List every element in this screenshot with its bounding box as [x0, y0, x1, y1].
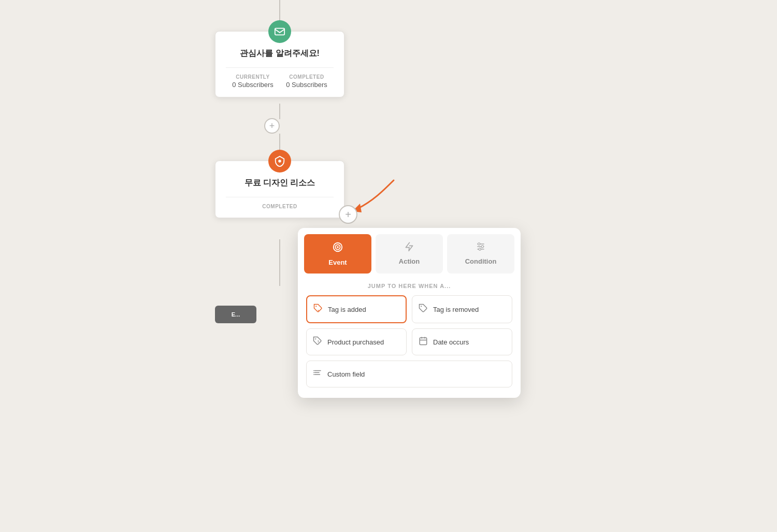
condition-tab-icon	[476, 241, 486, 254]
campaign-node-stats: COMPLETED	[226, 197, 334, 209]
popup-panel: Event Action	[298, 228, 521, 398]
section-header: JUMP TO HERE WHEN A...	[298, 283, 521, 289]
email-icon-circle	[268, 20, 291, 43]
email-node-title: 관심사를 알려주세요!	[226, 48, 334, 59]
campaign-icon	[274, 155, 285, 167]
add-button-side[interactable]: +	[339, 205, 357, 224]
campaign-node-title: 무료 디자인 리소스	[226, 178, 334, 189]
option-custom-field[interactable]: Custom field	[306, 361, 512, 387]
svg-rect-0	[275, 28, 284, 35]
tab-condition-label: Condition	[465, 257, 497, 265]
option-tag-removed-label: Tag is removed	[433, 306, 479, 313]
stat-completed: COMPLETED 0 Subscribers	[286, 74, 327, 89]
tab-condition[interactable]: Condition	[447, 234, 514, 274]
svg-rect-20	[314, 370, 321, 371]
tab-event-label: Event	[328, 258, 347, 266]
svg-point-12	[315, 306, 316, 307]
svg-point-23	[313, 370, 314, 371]
tag-removed-icon	[419, 304, 428, 315]
option-product-purchased[interactable]: $ Product purchased	[306, 328, 407, 355]
options-grid: Tag is added Tag is removed	[298, 295, 521, 387]
option-date-occurs[interactable]: Date occurs	[412, 328, 512, 355]
connector-line-3	[279, 239, 280, 286]
date-occurs-icon	[419, 336, 428, 348]
custom-field-icon	[313, 368, 322, 380]
svg-rect-16	[420, 338, 427, 345]
svg-point-10	[481, 246, 483, 248]
svg-point-14	[315, 338, 316, 339]
option-custom-field-label: Custom field	[327, 370, 365, 378]
svg-point-25	[313, 374, 314, 375]
stat-currently-value: 0 Subscribers	[232, 81, 273, 89]
svg-point-5	[337, 246, 339, 248]
svg-rect-22	[314, 374, 320, 375]
tab-action-label: Action	[399, 257, 420, 265]
workflow-canvas: 관심사를 알려주세요! CURRENTLY 0 Subscribers COMP…	[0, 0, 777, 532]
campaign-node: 무료 디자인 리소스 COMPLETED	[215, 161, 344, 218]
svg-point-9	[478, 243, 480, 245]
end-node: E...	[215, 306, 256, 323]
add-button-1[interactable]: +	[264, 118, 280, 134]
stat-completed-label: COMPLETED	[286, 74, 327, 80]
stat-completed-value: 0 Subscribers	[286, 81, 327, 89]
email-icon	[274, 26, 285, 37]
svg-text:$: $	[318, 340, 319, 343]
svg-point-11	[479, 248, 481, 250]
option-tag-added-label: Tag is added	[328, 306, 366, 313]
option-product-purchased-label: Product purchased	[327, 338, 384, 346]
tab-row: Event Action	[298, 228, 521, 274]
svg-rect-21	[314, 372, 320, 373]
event-tab-icon	[332, 241, 343, 255]
tag-added-icon	[313, 304, 323, 315]
option-tag-added[interactable]: Tag is added	[306, 295, 407, 323]
product-purchased-icon: $	[313, 336, 322, 348]
stat-currently-label: CURRENTLY	[232, 74, 273, 80]
email-node-stats: CURRENTLY 0 Subscribers COMPLETED 0 Subs…	[226, 67, 334, 89]
svg-point-13	[421, 306, 422, 307]
stat-currently: CURRENTLY 0 Subscribers	[232, 74, 273, 89]
option-tag-removed[interactable]: Tag is removed	[412, 295, 512, 323]
svg-point-1	[278, 160, 281, 163]
svg-point-24	[313, 372, 314, 373]
campaign-icon-circle	[268, 150, 291, 172]
connector-line-1	[279, 104, 280, 119]
tab-action[interactable]: Action	[376, 234, 443, 274]
email-node: 관심사를 알려주세요! CURRENTLY 0 Subscribers COMP…	[215, 31, 344, 97]
action-tab-icon	[404, 241, 414, 254]
campaign-stat-completed-label: COMPLETED	[262, 204, 297, 209]
option-date-occurs-label: Date occurs	[433, 338, 469, 346]
campaign-stat-completed: COMPLETED	[262, 204, 297, 209]
tab-event[interactable]: Event	[304, 234, 371, 274]
